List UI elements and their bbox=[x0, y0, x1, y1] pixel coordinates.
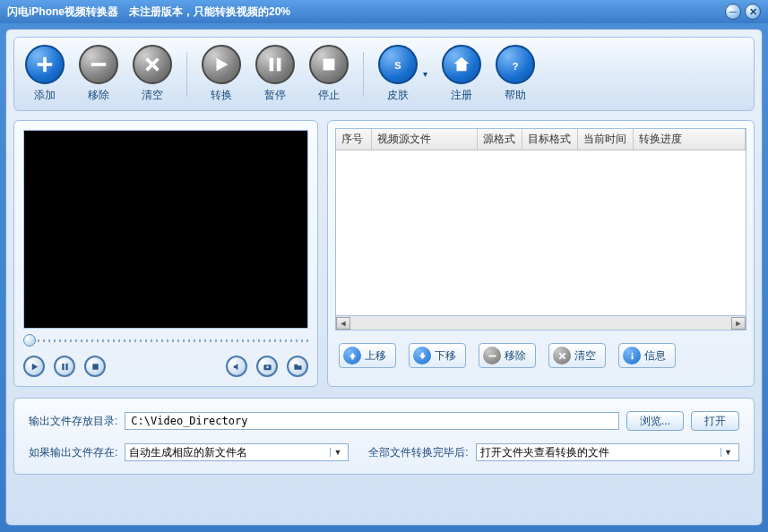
seek-bar[interactable] bbox=[23, 334, 308, 347]
browse-button[interactable]: 浏览... bbox=[626, 411, 684, 431]
x-icon bbox=[133, 45, 172, 84]
chevron-down-icon: ▼ bbox=[721, 448, 735, 457]
pause-button[interactable]: 暂停 bbox=[255, 45, 295, 103]
file-table[interactable]: 序号 视频源文件 源格式 目标格式 当前时间 转换进度 bbox=[335, 128, 746, 316]
preview-panel bbox=[13, 120, 318, 387]
svg-rect-6 bbox=[62, 363, 64, 369]
video-preview bbox=[23, 130, 308, 329]
svg-rect-2 bbox=[277, 58, 281, 72]
move-down-button[interactable]: 下移 bbox=[409, 343, 466, 368]
svg-rect-7 bbox=[65, 363, 67, 369]
output-dir-label: 输出文件存放目录: bbox=[29, 414, 117, 429]
svg-rect-0 bbox=[91, 63, 107, 66]
close-button[interactable]: ✕ bbox=[745, 4, 761, 20]
volume-button[interactable] bbox=[226, 356, 247, 377]
col-progress[interactable]: 转换进度 bbox=[634, 129, 746, 150]
skin-button[interactable]: S 皮肤 bbox=[378, 45, 418, 103]
col-dstfmt[interactable]: 目标格式 bbox=[522, 129, 578, 150]
svg-rect-13 bbox=[631, 355, 633, 359]
skin-icon: S bbox=[378, 45, 418, 84]
list-remove-button[interactable]: 移除 bbox=[479, 343, 536, 368]
svg-text:?: ? bbox=[513, 61, 519, 72]
output-dir-input[interactable] bbox=[125, 412, 619, 430]
app-title: 闪电iPhone视频转换器 未注册版本，只能转换视频的20% bbox=[7, 4, 290, 20]
add-button[interactable]: 添加 bbox=[25, 45, 65, 103]
move-up-button[interactable]: 上移 bbox=[339, 343, 396, 368]
player-stop-button[interactable] bbox=[84, 356, 106, 377]
help-button[interactable]: ? 帮助 bbox=[496, 45, 535, 103]
svg-point-12 bbox=[631, 352, 633, 354]
minus-icon bbox=[483, 347, 501, 365]
play-icon bbox=[202, 45, 241, 84]
titlebar: 闪电iPhone视频转换器 未注册版本，只能转换视频的20% ─ ✕ bbox=[0, 0, 768, 23]
toolbar: 添加 移除 清空 转换 暂停 停止 bbox=[13, 37, 755, 111]
svg-rect-8 bbox=[92, 364, 98, 369]
arrow-up-icon bbox=[343, 347, 361, 365]
stop-button[interactable]: 停止 bbox=[309, 45, 349, 103]
svg-rect-1 bbox=[270, 58, 274, 72]
home-icon bbox=[442, 45, 481, 84]
seek-handle[interactable] bbox=[23, 334, 36, 347]
player-play-button[interactable] bbox=[23, 356, 45, 377]
output-panel: 输出文件存放目录: 浏览... 打开 如果输出文件存在: 自动生成相应的新文件名… bbox=[13, 398, 755, 475]
stop-icon bbox=[309, 45, 349, 84]
col-source[interactable]: 视频源文件 bbox=[372, 129, 478, 150]
convert-button[interactable]: 转换 bbox=[202, 45, 241, 103]
table-header: 序号 视频源文件 源格式 目标格式 当前时间 转换进度 bbox=[336, 129, 746, 150]
minimize-button[interactable]: ─ bbox=[725, 4, 741, 20]
remove-button[interactable]: 移除 bbox=[79, 45, 118, 103]
x-icon bbox=[553, 347, 571, 365]
clear-button[interactable]: 清空 bbox=[133, 45, 172, 103]
folder-button[interactable] bbox=[287, 356, 308, 377]
after-label: 全部文件转换完毕后: bbox=[368, 445, 468, 460]
register-button[interactable]: 注册 bbox=[442, 45, 481, 103]
skin-dropdown-arrow[interactable]: ▾ bbox=[423, 69, 427, 79]
svg-rect-11 bbox=[488, 355, 496, 356]
col-index[interactable]: 序号 bbox=[336, 129, 372, 150]
chevron-down-icon: ▼ bbox=[330, 448, 344, 457]
svg-point-10 bbox=[266, 365, 269, 368]
info-icon bbox=[623, 347, 641, 365]
file-list-panel: 序号 视频源文件 源格式 目标格式 当前时间 转换进度 ◄ ► 上移 下移 移除… bbox=[327, 120, 755, 387]
svg-rect-3 bbox=[324, 59, 335, 71]
after-select[interactable]: 打开文件夹查看转换的文件▼ bbox=[476, 443, 739, 461]
arrow-down-icon bbox=[413, 347, 431, 365]
exists-select[interactable]: 自动生成相应的新文件名▼ bbox=[125, 443, 349, 461]
svg-text:S: S bbox=[394, 60, 401, 71]
scroll-left-arrow[interactable]: ◄ bbox=[336, 317, 350, 330]
col-srcfmt[interactable]: 源格式 bbox=[478, 129, 522, 150]
snapshot-button[interactable] bbox=[256, 356, 278, 377]
info-button[interactable]: 信息 bbox=[618, 343, 676, 368]
list-clear-button[interactable]: 清空 bbox=[548, 343, 606, 368]
open-button[interactable]: 打开 bbox=[691, 411, 739, 431]
player-pause-button[interactable] bbox=[54, 356, 75, 377]
minus-icon bbox=[79, 45, 118, 84]
pause-icon bbox=[255, 45, 295, 84]
exists-label: 如果输出文件存在: bbox=[29, 445, 117, 460]
question-icon: ? bbox=[496, 45, 535, 84]
col-time[interactable]: 当前时间 bbox=[578, 129, 634, 150]
plus-icon bbox=[25, 45, 65, 84]
main-panel: 添加 移除 清空 转换 暂停 停止 bbox=[5, 29, 763, 526]
horizontal-scrollbar[interactable]: ◄ ► bbox=[335, 316, 746, 330]
scroll-right-arrow[interactable]: ► bbox=[731, 317, 746, 330]
